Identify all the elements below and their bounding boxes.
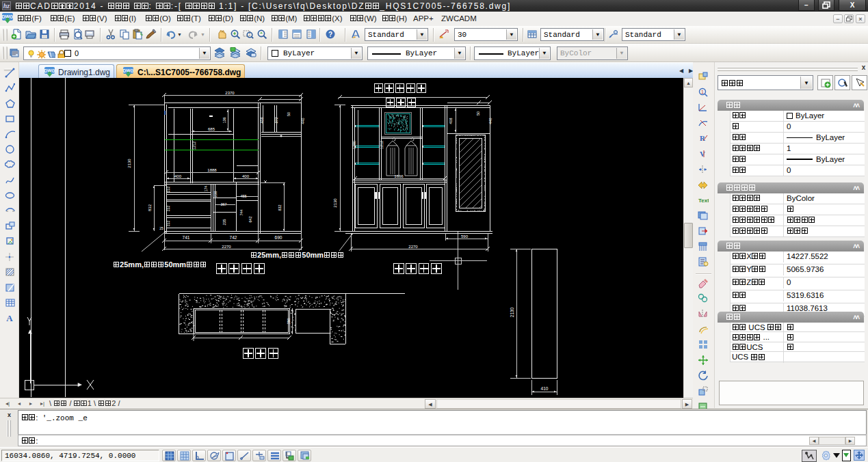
svg-text:Text: Text: [698, 198, 709, 204]
svg-text:2370: 2370: [225, 91, 235, 95]
svg-text:212: 212: [166, 221, 170, 227]
svg-text:212: 212: [166, 206, 170, 212]
svg-text:590: 590: [461, 234, 469, 239]
svg-text:50: 50: [476, 111, 480, 116]
svg-text:367: 367: [220, 202, 226, 206]
svg-text:400: 400: [174, 174, 182, 178]
svg-text:440: 440: [488, 118, 492, 124]
svg-text:235: 235: [222, 219, 226, 225]
svg-text:25: 25: [159, 226, 163, 230]
svg-text:440: 440: [301, 118, 305, 124]
svg-text:390: 390: [287, 318, 291, 324]
svg-text:1212: 1212: [192, 141, 196, 150]
svg-text:2270: 2270: [222, 245, 231, 249]
svg-text:2130: 2130: [127, 159, 131, 168]
svg-text:408: 408: [449, 118, 453, 124]
svg-text:832: 832: [278, 204, 282, 210]
svg-text:238: 238: [213, 191, 218, 197]
svg-text:744: 744: [239, 209, 244, 215]
svg-text:400: 400: [242, 174, 250, 178]
svg-text:410: 410: [541, 386, 549, 391]
svg-text:2270: 2270: [408, 245, 418, 249]
svg-text:136: 136: [222, 117, 226, 123]
svg-text:212: 212: [166, 187, 170, 193]
svg-text:A: A: [6, 313, 13, 323]
svg-text:2130: 2130: [510, 307, 514, 317]
svg-text:1666: 1666: [394, 174, 404, 178]
svg-text:741: 741: [183, 235, 190, 240]
svg-text:455: 455: [240, 194, 246, 198]
svg-text:408: 408: [260, 117, 264, 123]
svg-text:832: 832: [148, 204, 152, 211]
svg-text:642: 642: [248, 216, 252, 222]
svg-text:742: 742: [230, 235, 237, 240]
svg-text:372: 372: [274, 117, 278, 123]
svg-text:1: 1: [701, 90, 704, 94]
svg-text:V: V: [700, 150, 705, 158]
svg-text:50: 50: [287, 112, 291, 116]
svg-text:1888: 1888: [207, 168, 217, 172]
svg-text:685: 685: [208, 127, 215, 131]
svg-text:1280: 1280: [352, 141, 356, 149]
svg-text:1212: 1212: [380, 141, 384, 149]
svg-text:?: ?: [328, 31, 332, 38]
svg-text:174: 174: [204, 185, 208, 191]
svg-text:2130: 2130: [333, 198, 337, 208]
svg-text:690: 690: [275, 235, 282, 240]
